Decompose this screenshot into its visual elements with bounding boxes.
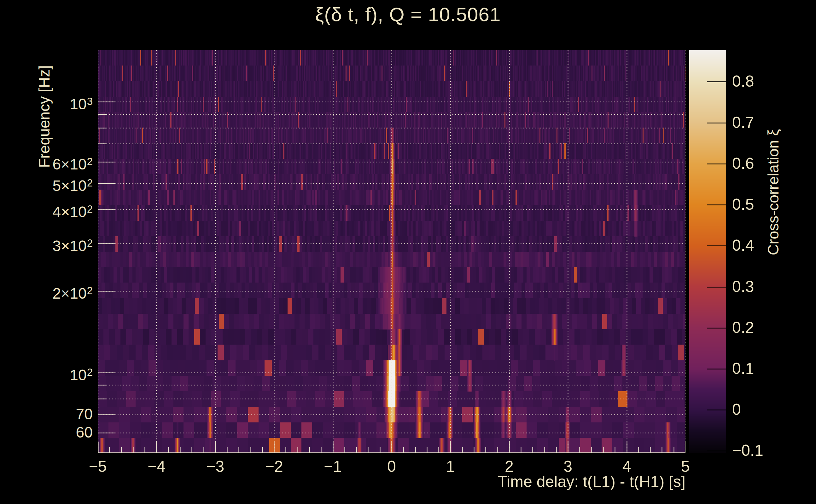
- colorbar-tick-label: 0.4: [732, 238, 754, 253]
- y-axis-title: Frequency [Hz]: [36, 65, 53, 168]
- y-tick-label: 6×102: [0, 154, 93, 172]
- figure: ξ(δ t, f), Q = 10.5061 Frequency [Hz] Cr…: [0, 0, 816, 504]
- y-tick-label: 60: [0, 425, 93, 440]
- x-tick-label: −1: [324, 457, 342, 476]
- colorbar-tick-label: 0.2: [732, 320, 754, 335]
- colorbar-tick-label: 0.3: [732, 279, 754, 295]
- colorbar-tick-label: 0.8: [732, 73, 754, 89]
- colorbar-gradient: [689, 50, 726, 453]
- colorbar-tick-label: 0.7: [732, 115, 754, 130]
- y-tick-label: 4×102: [0, 202, 93, 220]
- x-tick-label: −2: [265, 457, 283, 476]
- x-tick-label: 0: [387, 457, 396, 476]
- colorbar-tick-label: 0.5: [732, 197, 754, 212]
- y-tick-label: 3×102: [0, 236, 93, 254]
- colorbar-tick-label: 0.1: [732, 361, 754, 376]
- colorbar-title: Cross-correlation ξ: [765, 129, 782, 255]
- y-tick-label: 70: [0, 407, 93, 422]
- x-tick-label: 1: [446, 457, 455, 476]
- x-axis-title: Time delay: t(L1) - t(H1) [s]: [498, 473, 686, 491]
- x-tick-label: −3: [206, 457, 224, 476]
- y-tick-label: 2×102: [0, 283, 93, 301]
- heatmap-canvas: [98, 50, 686, 453]
- colorbar-tick-label: −0.1: [732, 443, 763, 458]
- y-tick-label: 102: [0, 365, 93, 383]
- y-tick-label: 5×102: [0, 175, 93, 193]
- x-tick-label: −4: [147, 457, 165, 476]
- x-tick-label: −5: [89, 457, 106, 476]
- colorbar-tick-label: 0.6: [732, 156, 754, 171]
- colorbar-tick-label: 0: [732, 402, 741, 417]
- plot-title: ξ(δ t, f), Q = 10.5061: [0, 3, 816, 26]
- y-tick-label: 103: [0, 94, 93, 112]
